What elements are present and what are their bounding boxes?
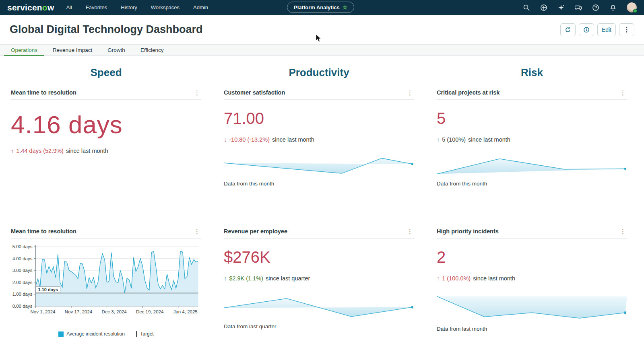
servicenow-logo[interactable]: servicenow	[7, 3, 54, 12]
header-kebab-menu[interactable]: ⋮	[619, 23, 634, 36]
nav-utility-icons	[523, 2, 637, 12]
data-period-note: Data from last month	[437, 326, 627, 332]
change-delta: 1.44 days (52.9%)	[16, 148, 64, 154]
card-mean-time-to-resolution-kpi: Mean time to resolution ⋮ 4.16 days ↑ 1.…	[11, 89, 201, 228]
card-mean-time-to-resolution-chart: Mean time to resolution ⋮ 0.00 days1.00 …	[11, 228, 201, 337]
nav-item-favorites[interactable]: Favorites	[86, 4, 107, 10]
platform-analytics-breadcrumb[interactable]: Platform Analytics ☆	[287, 2, 354, 13]
top-nav-bar: servicenow All Favorites History Workspa…	[0, 0, 644, 15]
svg-text:4.00 days: 4.00 days	[12, 256, 33, 261]
nav-menu: All Favorites History Workspaces Admin	[66, 4, 208, 10]
svg-text:Dec 19, 2024: Dec 19, 2024	[136, 309, 164, 314]
kpi-change: ↑ $2.9K (1.1%) since last quarter	[224, 275, 414, 282]
tab-efficiency[interactable]: Efficiency	[133, 45, 171, 56]
trend-arrow-icon: ↑	[11, 148, 14, 154]
change-delta: 1 (100.0%)	[442, 275, 471, 282]
card-title: Mean time to resolution	[11, 228, 76, 235]
svg-text:Jan 4, 2025: Jan 4, 2025	[173, 309, 198, 314]
search-icon[interactable]	[523, 4, 530, 11]
card-kebab-menu[interactable]: ⋮	[406, 90, 414, 96]
avatar[interactable]	[627, 2, 637, 12]
card-kebab-menu[interactable]: ⋮	[619, 228, 627, 235]
tab-operations[interactable]: Operations	[3, 45, 45, 56]
nav-item-all[interactable]: All	[66, 4, 72, 10]
legend-label: Target	[140, 331, 153, 337]
change-period: since last month	[468, 136, 510, 143]
refresh-button[interactable]	[560, 23, 576, 36]
card-kebab-menu[interactable]: ⋮	[193, 90, 201, 96]
tab-growth[interactable]: Growth	[100, 45, 133, 56]
notifications-icon[interactable]	[609, 4, 617, 11]
svg-text:5.00 days: 5.00 days	[12, 244, 33, 249]
help-icon[interactable]	[592, 4, 599, 11]
sparkline-chart	[437, 154, 627, 175]
column-heading-productivity: Productivity	[224, 66, 414, 79]
card-title: Mean time to resolution	[11, 89, 76, 96]
data-period-note: Data from this month	[224, 181, 414, 187]
kpi-value: 4.16 days	[11, 110, 201, 139]
trend-arrow-icon: ↑	[224, 275, 227, 282]
change-period: since last month	[272, 136, 314, 143]
card-high-priority-incidents: High priority incidents ⋮ 2 ↑ 1 (100.0%)…	[437, 228, 627, 337]
legend-swatch-bar	[136, 331, 138, 337]
dashboard-content: Speed Productivity Risk Mean time to res…	[0, 56, 644, 337]
kpi-change: ↓ -10.80 (-13.2%) since last month	[224, 136, 414, 143]
chart-legend: Average incident resolution Target	[11, 331, 201, 337]
pill-label: Platform Analytics	[294, 4, 340, 10]
kpi-value: 2	[437, 248, 627, 266]
kpi-change: ↑ 1.44 days (52.9%) since last month	[11, 148, 201, 154]
kpi-change: ↑ 5 (100%) since last month	[437, 136, 627, 143]
header-actions: Edit ⋮	[560, 23, 634, 36]
card-customer-satisfaction: Customer satisfaction ⋮ 71.00 ↓ -10.80 (…	[224, 89, 414, 228]
nav-item-admin[interactable]: Admin	[193, 4, 208, 10]
svg-text:1.00 days: 1.00 days	[12, 292, 33, 296]
card-kebab-menu[interactable]: ⋮	[619, 90, 627, 96]
legend-label: Average incident resolution	[66, 331, 125, 337]
ai-sparkle-icon[interactable]	[557, 4, 565, 11]
change-delta: 5 (100%)	[442, 136, 466, 143]
change-period: since last month	[66, 148, 108, 154]
change-period: since last quarter	[266, 275, 310, 282]
change-delta: -10.80 (-13.2%)	[229, 136, 270, 143]
card-kebab-menu[interactable]: ⋮	[406, 228, 414, 235]
card-critical-projects-at-risk: Critical projects at risk ⋮ 5 ↑ 5 (100%)…	[437, 89, 627, 228]
change-delta: $2.9K (1.1%)	[229, 275, 263, 282]
globe-icon[interactable]	[540, 4, 547, 11]
legend-swatch-square	[58, 331, 64, 337]
column-heading-risk: Risk	[437, 66, 627, 79]
card-kebab-menu[interactable]: ⋮	[193, 228, 201, 235]
svg-text:Nov 17, 2024: Nov 17, 2024	[65, 309, 93, 314]
change-period: since last month	[473, 275, 515, 282]
sparkline-chart	[437, 293, 627, 320]
trend-arrow-icon: ↓	[224, 136, 227, 143]
chat-icon[interactable]	[575, 4, 582, 11]
dashboard-header: Global Digital Technology Dashboard Edit…	[0, 15, 644, 44]
favorite-star-icon[interactable]: ☆	[343, 4, 348, 10]
card-title: Critical projects at risk	[437, 89, 500, 96]
sparkline-chart	[224, 293, 414, 318]
svg-text:Dec 3, 2024: Dec 3, 2024	[102, 309, 127, 314]
trend-arrow-icon: ↑	[437, 275, 440, 282]
legend-item-target[interactable]: Target	[136, 331, 154, 337]
kpi-value: 71.00	[224, 109, 414, 128]
data-period-note: Data from last quarter	[224, 323, 414, 329]
svg-text:0.00 days: 0.00 days	[12, 304, 33, 309]
nav-item-history[interactable]: History	[121, 4, 137, 10]
edit-button[interactable]: Edit	[597, 23, 616, 36]
data-period-note: Data from this month	[437, 181, 627, 187]
column-heading-speed: Speed	[11, 66, 201, 79]
svg-text:2.00 days: 2.00 days	[12, 280, 33, 285]
nav-item-workspaces[interactable]: Workspaces	[151, 4, 180, 10]
legend-item-average[interactable]: Average incident resolution	[58, 331, 125, 337]
tab-revenue-impact[interactable]: Revenue Impact	[45, 45, 100, 56]
svg-text:Nov 1, 2024: Nov 1, 2024	[30, 309, 56, 314]
dashboard-tabs: Operations Revenue Impact Growth Efficie…	[0, 44, 644, 56]
card-title: High priority incidents	[437, 228, 499, 235]
kpi-change: ↑ 1 (100.0%) since last month	[437, 275, 627, 282]
kpi-value: 5	[437, 109, 627, 128]
svg-text:1.10 days: 1.10 days	[38, 287, 58, 292]
time-series-chart: 0.00 days1.00 days2.00 days3.00 days4.00…	[11, 242, 201, 329]
page-title: Global Digital Technology Dashboard	[10, 23, 203, 36]
sparkline-chart	[224, 154, 414, 175]
info-button[interactable]	[579, 23, 594, 36]
